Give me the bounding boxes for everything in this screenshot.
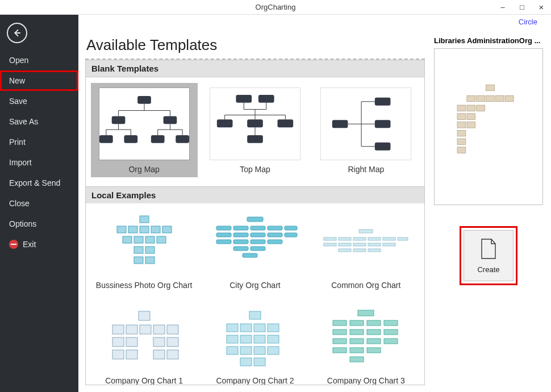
svg-rect-123 (384, 320, 398, 326)
menu-label: Export & Send (9, 178, 60, 187)
svg-rect-140 (496, 95, 504, 102)
menu-import[interactable]: Import (0, 152, 78, 173)
menu-label: Import (9, 158, 32, 167)
svg-rect-87 (339, 249, 351, 252)
file-menu-sidebar: Open New Save Save As Print Import Expor… (0, 15, 78, 392)
template-company-1[interactable]: Company Org Chart 1 (91, 308, 198, 385)
circle-link[interactable]: Circle (519, 18, 537, 26)
svg-rect-50 (134, 236, 143, 243)
template-thumbnail (320, 308, 411, 370)
menu-print[interactable]: Print (0, 132, 78, 152)
maximize-button[interactable]: □ (512, 0, 532, 15)
template-company-2[interactable]: Company Org Chart 2 (202, 308, 308, 385)
menu-export-send[interactable]: Export & Send (0, 173, 78, 193)
svg-rect-99 (167, 337, 178, 347)
menu-label: Print (9, 137, 26, 147)
svg-rect-68 (216, 240, 231, 244)
svg-rect-65 (251, 233, 265, 237)
svg-rect-85 (368, 243, 381, 246)
svg-rect-151 (457, 147, 466, 153)
create-button[interactable]: Create (464, 230, 514, 281)
back-button[interactable] (7, 23, 27, 43)
svg-rect-100 (112, 350, 124, 359)
menu-close[interactable]: Close (0, 193, 78, 214)
blank-templates-body: Org Map (85, 77, 425, 187)
svg-rect-91 (112, 325, 124, 334)
svg-rect-43 (140, 216, 149, 223)
svg-rect-93 (140, 325, 151, 334)
svg-rect-20 (258, 95, 274, 103)
menu-label: Close (9, 199, 30, 208)
svg-rect-77 (339, 237, 351, 240)
svg-rect-73 (251, 247, 265, 251)
svg-rect-120 (333, 320, 347, 326)
svg-rect-62 (285, 226, 297, 230)
svg-rect-124 (333, 330, 347, 335)
menu-options[interactable]: Options (0, 214, 78, 234)
template-label: Right Map (348, 165, 384, 174)
template-top-map[interactable]: Top Map (202, 83, 308, 177)
exit-icon (9, 240, 18, 249)
menu-new[interactable]: New (0, 70, 78, 91)
svg-rect-6 (163, 116, 177, 124)
create-label: Create (477, 265, 499, 274)
svg-rect-51 (145, 236, 155, 243)
template-thumbnail (210, 212, 300, 275)
svg-rect-49 (123, 236, 132, 243)
svg-rect-128 (333, 339, 347, 344)
menu-save[interactable]: Save (0, 91, 78, 111)
template-label: Top Map (240, 165, 270, 174)
template-company-3[interactable]: Company Org Chart 3 (312, 308, 419, 385)
svg-rect-59 (233, 226, 248, 230)
svg-rect-71 (268, 240, 282, 244)
template-thumbnail (210, 308, 300, 370)
svg-rect-97 (126, 337, 137, 347)
svg-rect-86 (383, 243, 395, 246)
minimize-button[interactable]: – (493, 0, 512, 15)
svg-rect-115 (254, 347, 265, 355)
title-bar: OrgCharting – □ × (0, 0, 551, 15)
template-label: Org Map (128, 165, 159, 174)
svg-rect-58 (216, 226, 231, 230)
company-1-icon (99, 308, 190, 370)
template-common-org[interactable]: Common Org Chart (312, 212, 419, 290)
menu-open[interactable]: Open (0, 50, 78, 70)
template-label: Bussiness Photo Org Chart (96, 281, 193, 290)
svg-rect-76 (324, 237, 336, 240)
svg-rect-135 (350, 357, 364, 362)
file-menu-list: Open New Save Save As Print Import Expor… (0, 50, 78, 255)
svg-rect-64 (233, 233, 248, 237)
svg-rect-138 (477, 95, 485, 102)
svg-rect-142 (457, 105, 466, 111)
svg-rect-46 (140, 226, 149, 233)
template-label: Company Org Chart 1 (105, 376, 183, 385)
close-window-button[interactable]: × (532, 0, 551, 15)
template-right-map[interactable]: Right Map (312, 83, 419, 177)
local-examples-scroll[interactable]: Bussiness Photo Org Chart (85, 203, 425, 385)
template-label: Common Org Chart (331, 281, 400, 290)
menu-save-as[interactable]: Save As (0, 111, 78, 132)
svg-rect-114 (240, 347, 252, 355)
svg-rect-84 (353, 243, 366, 246)
template-business-photo[interactable]: Bussiness Photo Org Chart (91, 212, 198, 290)
svg-rect-109 (227, 335, 238, 343)
svg-rect-107 (254, 324, 265, 332)
menu-exit[interactable]: Exit (0, 234, 78, 255)
template-label: Company Org Chart 3 (327, 376, 405, 385)
svg-rect-48 (162, 226, 172, 233)
menu-label: Save As (9, 117, 38, 126)
city-org-icon (210, 212, 300, 275)
svg-rect-150 (457, 139, 466, 145)
svg-rect-92 (126, 325, 137, 334)
svg-rect-146 (467, 114, 475, 120)
svg-rect-116 (268, 347, 279, 355)
svg-rect-143 (467, 105, 475, 111)
template-org-map[interactable]: Org Map (91, 83, 198, 177)
org-map-icon (99, 90, 189, 158)
svg-rect-96 (112, 337, 124, 347)
svg-rect-0 (137, 96, 151, 104)
template-city-org[interactable]: City Org Chart (202, 212, 308, 290)
svg-rect-132 (333, 348, 347, 353)
menu-label: Exit (23, 240, 36, 249)
svg-rect-111 (254, 335, 265, 343)
